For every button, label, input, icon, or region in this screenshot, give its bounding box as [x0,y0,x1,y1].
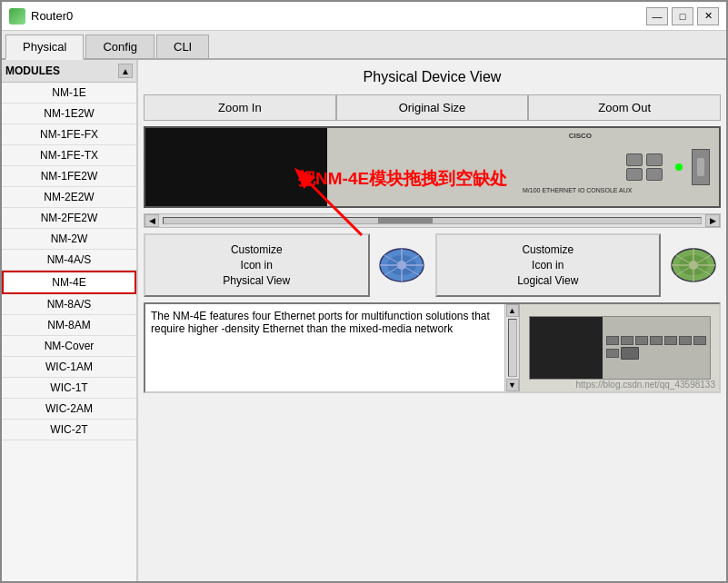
window-controls: — □ ✕ [646,7,719,25]
tab-bar: Physical Config CLI [2,31,726,60]
tab-physical[interactable]: Physical [5,35,84,60]
power-switch[interactable] [692,149,710,185]
port-1[interactable] [626,153,643,166]
app-icon [9,8,25,25]
maximize-button[interactable]: □ [672,7,693,25]
scrollbar-thumb[interactable] [378,218,433,223]
sidebar-item-nm2e2w[interactable]: NM-2E2W [2,187,136,208]
window-title: Router0 [31,9,73,23]
sidebar-item-nm1fe2w[interactable]: NM-1FE2W [2,166,136,187]
thumb-port-6 [679,336,692,345]
bottom-controls: Customize Icon in Physical View [144,233,721,297]
scroll-left-arrow[interactable]: ◀ [145,214,159,227]
zoom-in-button[interactable]: Zoom In [144,94,336,121]
thumb-port-7 [693,336,706,345]
device-ports [626,149,710,185]
title-bar: Router0 — □ ✕ [2,2,726,31]
info-scroll-down[interactable]: ▼ [506,379,519,391]
original-size-button[interactable]: Original Size [336,94,529,121]
device-module-slot[interactable] [145,128,327,206]
status-leds [673,162,684,173]
sidebar-list[interactable]: NM-1E NM-1E2W NM-1FE-FX NM-1FE-TX NM-1FE… [2,83,136,581]
device-model-label: M/100 ETHERNET IO CONSOLE AUX [523,187,632,193]
sidebar-scroll-up[interactable]: ▲ [118,64,133,78]
scroll-right-arrow[interactable]: ▶ [705,214,720,227]
thumbnail-device-image [529,316,711,380]
bottom-info-panel: The NM-4E features four Ethernet ports f… [144,302,721,393]
sidebar-item-nm4as[interactable]: NM-4A/S [2,250,136,271]
info-text: The NM-4E features four Ethernet ports f… [151,310,490,335]
sidebar-item-nm8as[interactable]: NM-8A/S [2,294,136,315]
led-1 [675,163,683,171]
thumb-connector [621,347,639,360]
horizontal-scrollbar[interactable]: ◀ ▶ [144,213,721,228]
sidebar-item-nm2w[interactable]: NM-2W [2,229,136,250]
sidebar-item-wic1am[interactable]: WIC-1AM [2,357,136,378]
sidebar: MODULES ▲ NM-1E NM-1E2W NM-1FE-FX NM-1FE… [2,60,138,581]
port-group-1 [626,153,643,181]
router-svg-logical [669,245,719,286]
sidebar-item-wic2t[interactable]: WIC-2T [2,420,136,440]
main-area: MODULES ▲ NM-1E NM-1E2W NM-1FE-FX NM-1FE… [2,60,726,581]
port-2[interactable] [626,168,643,181]
router-icon-logical [666,242,721,288]
device-display: CISCO M/100 ETHERNET IO CONSOLE AUX [144,126,721,208]
title-bar-left: Router0 [9,8,73,25]
main-window: Router0 — □ ✕ Physical Config CLI MODULE… [0,0,728,583]
sidebar-item-nm4e[interactable]: NM-4E [2,271,136,294]
device-thumbnail: https://blog.csdn.net/qq_43598133 [519,304,719,391]
port-3[interactable] [646,153,663,166]
zoom-out-button[interactable]: Zoom Out [528,94,721,121]
router-svg-physical [377,245,427,286]
router-icon-physical [375,242,430,288]
sidebar-item-nm2fe2w[interactable]: NM-2FE2W [2,208,136,229]
port-4[interactable] [646,168,663,181]
thumb-port-3 [635,336,648,345]
close-button[interactable]: ✕ [697,7,719,25]
cisco-logo: CISCO [569,132,592,140]
sidebar-item-wic1t[interactable]: WIC-1T [2,378,136,399]
info-scroll-track [508,319,517,377]
device-display-container: CISCO M/100 ETHERNET IO CONSOLE AUX [144,126,721,208]
customize-logical-button[interactable]: Customize Icon in Logical View [435,233,662,297]
watermark: https://blog.csdn.net/qq_43598133 [576,380,715,390]
info-scroll-up[interactable]: ▲ [506,304,519,317]
modules-label: MODULES [5,64,60,77]
device-view-title: Physical Device View [144,65,721,89]
sidebar-header: MODULES ▲ [2,60,136,83]
thumb-port-5 [664,336,677,345]
port-group-2 [646,153,663,181]
sidebar-item-wic2am[interactable]: WIC-2AM [2,399,136,420]
content-area: Physical Device View Zoom In Original Si… [138,60,726,581]
sidebar-item-nm1e2w[interactable]: NM-1E2W [2,104,136,124]
customize-physical-button[interactable]: Customize Icon in Physical View [144,233,370,297]
thumbnail-ports [603,332,710,363]
sidebar-item-nm1e[interactable]: NM-1E [2,83,136,104]
scrollbar-track [163,217,702,224]
thumb-port-8 [606,349,619,358]
minimize-button[interactable]: — [646,7,668,25]
tab-cli[interactable]: CLI [156,35,209,58]
info-scrollbar[interactable]: ▲ ▼ [504,304,519,391]
sidebar-item-nm1fefx[interactable]: NM-1FE-FX [2,124,136,145]
sidebar-item-nm1fetx[interactable]: NM-1FE-TX [2,145,136,166]
thumbnail-black-section [530,317,603,379]
sidebar-item-nmcover[interactable]: NM-Cover [2,336,136,357]
zoom-controls: Zoom In Original Size Zoom Out [144,94,721,121]
thumb-port-2 [621,336,633,345]
device-right-panel: CISCO M/100 ETHERNET IO CONSOLE AUX [327,128,719,206]
thumb-port-1 [606,336,619,345]
tab-config[interactable]: Config [85,35,155,58]
sidebar-item-nm8am[interactable]: NM-8AM [2,315,136,336]
power-switch-inner [697,158,704,176]
thumb-port-4 [650,336,663,345]
info-text-area: The NM-4E features four Ethernet ports f… [145,304,504,391]
